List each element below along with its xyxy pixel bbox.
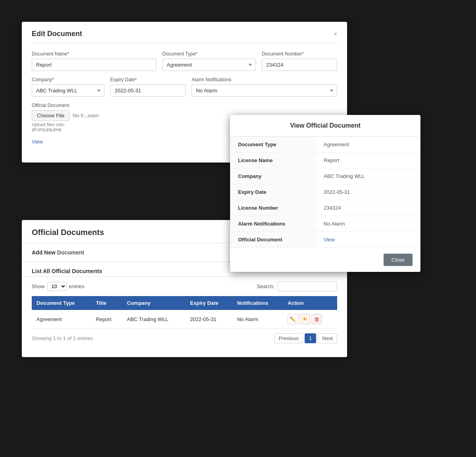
next-button[interactable]: Next (318, 333, 337, 343)
cell-expiry-date: 2022-05-31 (185, 310, 232, 329)
document-type-group: Document Type* Agreement License Contrac… (162, 51, 256, 71)
table-row: Agreement Report ABC Trading WLL 2022-05… (32, 310, 337, 329)
view-button[interactable]: 👁 (299, 314, 310, 324)
document-name-label: Document Name* (32, 51, 156, 57)
add-new-label: Add New Document (32, 249, 84, 256)
company-select[interactable]: ABC Trading WLL XYZ Corp (32, 84, 104, 97)
view-table-row: Company ABC Trading WLL (230, 168, 420, 184)
close-button[interactable]: Close (384, 254, 413, 266)
document-type-select[interactable]: Agreement License Contract (162, 59, 256, 71)
expiry-date-label: Expiry Date* (110, 77, 186, 82)
file-name-display: No fi...osen (73, 113, 99, 119)
cell-company: ABC Trading WLL (122, 310, 185, 329)
form-row-2: Company* ABC Trading WLL XYZ Corp Expiry… (32, 77, 337, 97)
view-table-row: Official Document View (230, 232, 420, 248)
view-table-row: Expiry Date 2022-05-31 (230, 184, 420, 200)
col-title: Title (91, 296, 122, 310)
alarm-notifications-group: Alarm Notifications No Alarm 1 Month Bef… (192, 77, 337, 97)
view-table-row: Document Type Agreement (230, 137, 420, 153)
cell-action: ✏️ 👁 🗑 (283, 310, 337, 329)
document-number-label: Document Number* (262, 51, 337, 57)
choose-file-button[interactable]: Choose File (32, 110, 69, 121)
view-modal-footer: Close (230, 248, 420, 272)
expiry-date-group: Expiry Date* (110, 77, 186, 97)
view-row-label: License Name (230, 153, 316, 168)
col-document-type: Document Type (32, 296, 91, 310)
alarm-notifications-select[interactable]: No Alarm 1 Month Before 2 Months Before (192, 84, 337, 97)
search-section: Search: (257, 281, 337, 291)
cell-title: Report (91, 310, 122, 329)
cell-notifications: No Alarm (232, 310, 283, 329)
view-modal-header: View Official Document (230, 115, 420, 137)
view-row-label: Alarm Notifications (230, 216, 316, 232)
cell-document-type: Agreement (32, 310, 91, 329)
col-notifications: Notifications (232, 296, 283, 310)
view-row-label: Official Document (230, 232, 316, 248)
form-row-1: Document Name* Document Type* Agreement … (32, 51, 337, 71)
modal-close-button[interactable]: × (334, 31, 337, 38)
entries-label: entries (69, 283, 84, 289)
expiry-date-input[interactable] (110, 84, 186, 97)
col-action: Action (283, 296, 337, 310)
pagination-controls: Previous 1 Next (274, 333, 337, 343)
action-icons: ✏️ 👁 🗑 (288, 314, 332, 324)
view-row-value: Agreement (316, 137, 420, 153)
modal-title: Edit Document (32, 30, 82, 38)
page-1-button[interactable]: 1 (305, 333, 316, 343)
view-official-document-modal: View Official Document Document Type Agr… (230, 115, 420, 272)
view-row-label: License Number (230, 200, 316, 216)
search-label: Search: (257, 283, 274, 289)
col-expiry-date: Expiry Date (185, 296, 232, 310)
view-row-value: No Alarm (316, 216, 420, 232)
view-row-label: Document Type (230, 137, 316, 153)
view-table-row: License Number 234324 (230, 200, 420, 216)
view-table: Document Type Agreement License Name Rep… (230, 137, 420, 248)
show-entries: Show 10 25 50 entries (32, 282, 84, 291)
edit-button[interactable]: ✏️ (288, 314, 298, 324)
show-label: Show (32, 283, 45, 289)
list-all-label: List All Official Documents (32, 268, 102, 274)
search-input[interactable] (278, 281, 337, 291)
table-controls: Show 10 25 50 entries Search: (22, 277, 347, 296)
previous-button[interactable]: Previous (274, 333, 303, 343)
modal-header: Edit Document × (32, 30, 337, 43)
view-row-value: 234324 (316, 200, 420, 216)
view-row-label: Expiry Date (230, 184, 316, 200)
view-row-value: 2022-05-31 (316, 184, 420, 200)
document-name-input[interactable] (32, 59, 156, 71)
showing-text: Showing 1 to 1 of 1 entries (32, 335, 93, 341)
view-row-label: Company (230, 168, 316, 184)
document-number-group: Document Number* (262, 51, 337, 71)
company-group: Company* ABC Trading WLL XYZ Corp (32, 77, 104, 97)
alarm-notifications-label: Alarm Notifications (192, 77, 337, 82)
data-table: Document Type Title Company Expiry Date … (32, 296, 337, 329)
col-company: Company (122, 296, 185, 310)
view-row-value: View (316, 232, 420, 248)
company-label: Company* (32, 77, 104, 82)
view-table-row: Alarm Notifications No Alarm (230, 216, 420, 232)
pagination-section: Showing 1 to 1 of 1 entries Previous 1 N… (22, 329, 347, 345)
view-doc-link[interactable]: View (324, 237, 335, 243)
document-type-label: Document Type* (162, 51, 256, 57)
view-row-value: Report (316, 153, 420, 168)
official-document-label: Official Document (32, 103, 337, 108)
view-table-row: License Name Report (230, 153, 420, 168)
entries-select[interactable]: 10 25 50 (47, 282, 67, 291)
delete-button[interactable]: 🗑 (311, 314, 322, 324)
document-number-input[interactable] (262, 59, 337, 71)
view-row-value: ABC Trading WLL (316, 168, 420, 184)
document-name-group: Document Name* (32, 51, 156, 71)
